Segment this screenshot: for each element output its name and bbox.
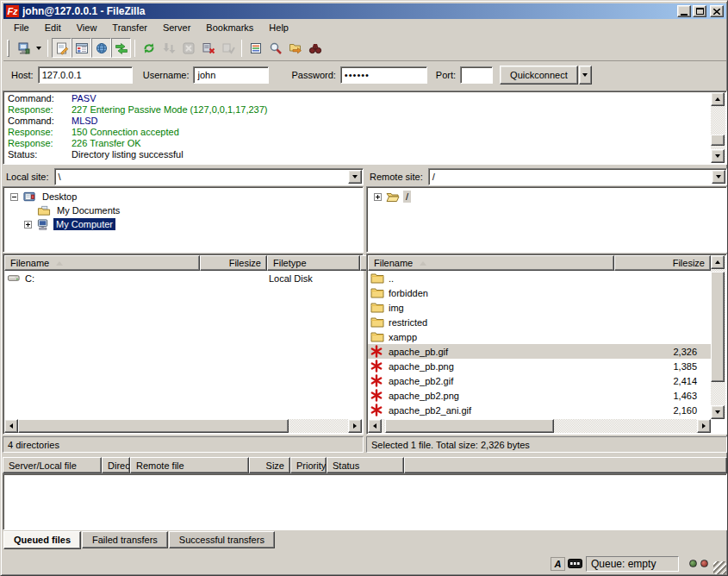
local-site-combo[interactable]: \ <box>54 168 364 185</box>
collapse-icon[interactable] <box>10 193 18 201</box>
reconnect-button[interactable] <box>218 38 238 58</box>
site-manager-dropdown-button[interactable] <box>33 38 44 58</box>
toolbar-grabber[interactable] <box>7 40 9 57</box>
close-button[interactable] <box>710 5 724 17</box>
minimize-button[interactable] <box>677 5 691 17</box>
quickconnect-dropdown-button[interactable] <box>579 66 592 85</box>
remote-file-row[interactable]: .. <box>368 271 711 285</box>
queue-column-direction[interactable]: Directi... <box>102 457 130 473</box>
local-site-dropdown-button[interactable] <box>348 170 362 184</box>
local-column-filename[interactable]: Filename <box>4 255 200 271</box>
menu-transfer[interactable]: Transfer <box>104 20 155 35</box>
local-hscrollbar[interactable] <box>4 419 362 433</box>
tree-item-my-documents[interactable]: My Documents <box>3 203 363 217</box>
synchronized-browsing-button[interactable] <box>305 38 325 58</box>
scrollbar-thumb[interactable] <box>385 419 554 433</box>
refresh-button[interactable] <box>139 38 159 58</box>
toggle-local-tree-button[interactable] <box>72 38 91 58</box>
remote-file-row[interactable]: apache_pb2_ani.gif2,160 <box>368 403 711 417</box>
host-label: Host: <box>11 70 34 80</box>
local-site-label: Local site: <box>3 172 54 182</box>
scroll-right-button[interactable] <box>348 419 362 433</box>
host-input[interactable] <box>38 66 133 84</box>
local-file-row[interactable]: C: Local Disk <box>4 271 362 285</box>
toggle-remote-tree-button[interactable] <box>91 38 111 58</box>
remote-file-row[interactable]: apache_pb2.png1,463 <box>368 388 711 403</box>
port-input[interactable] <box>460 66 493 84</box>
remote-hscrollbar[interactable] <box>368 419 711 433</box>
remote-file-row[interactable]: apache_pb2.gif2,414 <box>368 373 711 388</box>
log-line: Response:227 Entering Passive Mode (127,… <box>8 104 709 116</box>
tree-item-root[interactable]: / <box>367 190 726 203</box>
remote-file-row[interactable]: restricted <box>368 315 711 329</box>
queue-status-panel: Queue: empty <box>586 556 679 572</box>
remote-column-filesize[interactable]: Filesize <box>614 255 711 271</box>
remote-file-row[interactable]: forbidden <box>368 285 711 300</box>
remote-column-filename[interactable]: Filename <box>368 255 614 271</box>
scroll-left-button[interactable] <box>4 419 18 433</box>
remote-vscrollbar[interactable] <box>711 255 725 419</box>
titlebar[interactable]: Fz john@127.0.0.1 - FileZilla <box>3 3 726 19</box>
menu-server[interactable]: Server <box>155 20 198 35</box>
password-input[interactable] <box>340 66 427 84</box>
my-computer-icon <box>36 218 50 231</box>
directory-listing-filters-button[interactable] <box>246 38 265 58</box>
statusbar: A Queue: empty <box>3 553 727 574</box>
menu-file[interactable]: File <box>6 20 37 35</box>
local-column-filetype[interactable]: Filetype <box>267 255 360 271</box>
tab-successful-transfers[interactable]: Successful transfers <box>169 531 275 548</box>
log-scrollbar[interactable] <box>711 92 725 163</box>
remote-file-row[interactable]: img <box>368 300 711 315</box>
tree-item-desktop[interactable]: Desktop <box>3 190 363 203</box>
menu-edit[interactable]: Edit <box>37 20 69 35</box>
scroll-left-button[interactable] <box>368 419 382 433</box>
scroll-up-button[interactable] <box>711 92 725 106</box>
password-label: Password: <box>291 70 335 80</box>
queue-column-size[interactable]: Size <box>249 457 290 473</box>
remote-file-row[interactable]: apache_pb.png1,385 <box>368 359 711 373</box>
scrollbar-thumb[interactable] <box>711 135 725 146</box>
toggle-message-log-button[interactable] <box>52 38 72 58</box>
scroll-down-button[interactable] <box>711 405 725 419</box>
remote-file-list: Filename Filesize .. forbidden img restr… <box>366 254 727 435</box>
queue-column-remote-file[interactable]: Remote file <box>130 457 249 473</box>
menu-view[interactable]: View <box>69 20 105 35</box>
remote-rows: .. forbidden img restricted xampp apache… <box>368 271 711 419</box>
scrollbar-thumb[interactable] <box>18 419 289 433</box>
scroll-right-button[interactable] <box>697 419 711 433</box>
folder-icon <box>370 301 384 314</box>
cancel-operation-button[interactable] <box>178 38 198 58</box>
tree-item-my-computer[interactable]: My Computer <box>3 217 363 231</box>
toggle-transfer-queue-button[interactable] <box>111 38 131 58</box>
remote-file-row[interactable]: xampp <box>368 329 711 344</box>
directory-comparison-button[interactable] <box>285 38 305 58</box>
scroll-up-button[interactable] <box>711 255 725 269</box>
open-site-manager-button[interactable] <box>13 38 33 58</box>
remote-site-combo[interactable]: / <box>428 168 727 185</box>
tab-failed-transfers[interactable]: Failed transfers <box>82 531 168 548</box>
activity-led-red <box>700 560 708 567</box>
username-input[interactable] <box>193 66 269 84</box>
queue-column-priority[interactable]: Priority <box>290 457 327 473</box>
scrollbar-thumb[interactable] <box>711 272 725 382</box>
menu-help[interactable]: Help <box>261 20 296 35</box>
arrow-up-icon <box>715 97 720 101</box>
tab-queued-files[interactable]: Queued files <box>3 531 81 549</box>
queue-column-status[interactable]: Status <box>327 457 404 473</box>
file-search-button[interactable] <box>265 38 285 58</box>
queue-column-server-local-file[interactable]: Server/Local file <box>3 457 102 473</box>
remote-site-dropdown-button[interactable] <box>712 170 725 184</box>
resize-grip[interactable] <box>713 561 726 574</box>
expand-icon[interactable] <box>24 221 32 229</box>
expand-icon[interactable] <box>374 193 382 201</box>
remote-file-row-selected[interactable]: apache_pb.gif2,326 <box>368 344 711 359</box>
disconnect-button[interactable] <box>198 38 218 58</box>
maximize-button[interactable] <box>693 5 706 17</box>
quickconnect-button[interactable]: Quickconnect <box>500 66 578 85</box>
local-column-filesize[interactable]: Filesize <box>200 255 267 271</box>
scroll-down-button[interactable] <box>711 149 725 163</box>
menu-bookmarks[interactable]: Bookmarks <box>198 20 261 35</box>
process-queue-button[interactable] <box>159 38 178 58</box>
folder-open-icon <box>386 191 400 203</box>
log-line: Response:150 Connection accepted <box>8 127 709 138</box>
